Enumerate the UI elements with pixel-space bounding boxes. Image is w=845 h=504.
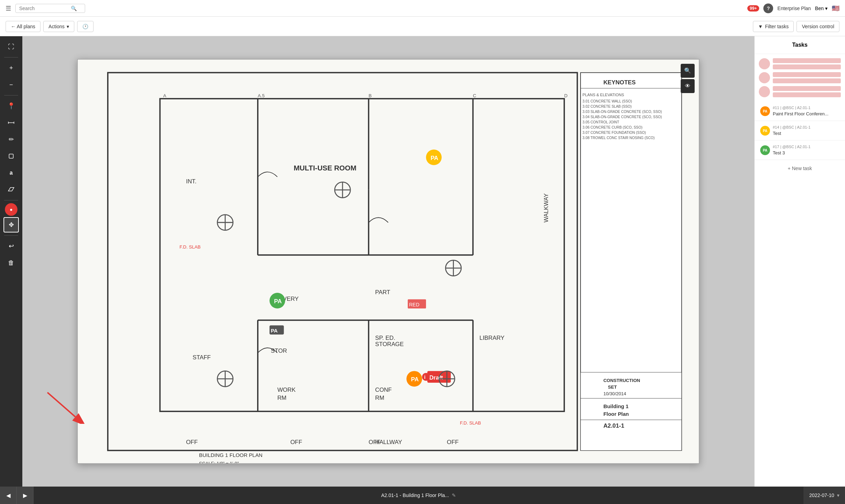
- placeholder-lines-1: [773, 58, 841, 69]
- svg-text:A: A: [163, 93, 166, 98]
- svg-text:F.D. SLAB: F.D. SLAB: [180, 244, 201, 250]
- search-bar[interactable]: 🔍: [15, 4, 85, 13]
- plan-label: Enterprise Plan: [777, 6, 811, 11]
- svg-text:Building 1: Building 1: [604, 403, 629, 409]
- task-avatar-14: PA: [760, 126, 770, 136]
- tasks-title: Tasks: [792, 42, 807, 48]
- svg-text:PA: PA: [271, 328, 278, 334]
- measure-tool[interactable]: [3, 115, 19, 130]
- svg-text:RM: RM: [375, 394, 384, 401]
- placeholder-line-a: [773, 58, 841, 63]
- svg-text:3.05 CONTROL JOINT: 3.05 CONTROL JOINT: [583, 120, 620, 124]
- stamp-tool[interactable]: [3, 148, 19, 164]
- svg-text:MULTI-USE ROOM: MULTI-USE ROOM: [294, 163, 357, 171]
- date-chevron-button[interactable]: ▾: [837, 492, 839, 498]
- svg-text:WORK: WORK: [277, 387, 296, 393]
- left-toolbar: ⛶ + − 📍 ✏ a ● ✥ ↩ 🗑: [0, 36, 22, 487]
- svg-text:OFF: OFF: [369, 438, 381, 445]
- svg-text:i: i: [424, 374, 426, 380]
- prev-plan-button[interactable]: ◀: [0, 487, 17, 504]
- back-button[interactable]: ← All plans: [6, 21, 40, 32]
- svg-line-6: [47, 392, 75, 417]
- pin-tool[interactable]: 📍: [3, 98, 19, 114]
- notification-badge[interactable]: 99+: [747, 5, 759, 12]
- move-tool[interactable]: ✥: [3, 217, 19, 232]
- svg-text:BUILDING 1 FLOOR PLAN: BUILDING 1 FLOOR PLAN: [199, 452, 263, 458]
- tool-divider-2: [4, 95, 18, 96]
- svg-text:SP. ED.: SP. ED.: [375, 334, 396, 341]
- top-navigation: ☰ 🔍 99+ ? Enterprise Plan Ben ▾ 🇺🇸: [0, 0, 845, 17]
- svg-text:3.06 CONCRETE CURB (SCO, SSO): 3.06 CONCRETE CURB (SCO, SSO): [583, 125, 643, 129]
- svg-text:10/30/2014: 10/30/2014: [604, 391, 626, 396]
- svg-text:3.07 CONCRETE FOUNDATION (SSO): 3.07 CONCRETE FOUNDATION (SSO): [583, 131, 646, 135]
- placeholder-item-2: [759, 72, 841, 83]
- svg-text:SCALE: 1/8" = 1'-0": SCALE: 1/8" = 1'-0": [199, 460, 239, 463]
- actions-button[interactable]: Actions ▾: [43, 21, 74, 32]
- svg-rect-3: [9, 154, 13, 158]
- task-item-11[interactable]: PA #11 | @BSC | A2.01-1 Paint First Floo…: [755, 101, 845, 121]
- edit-title-button[interactable]: ✎: [452, 492, 456, 498]
- version-control-button[interactable]: Version control: [797, 21, 839, 32]
- filter-label: Filter tasks: [765, 24, 789, 29]
- user-menu[interactable]: Ben ▾: [815, 6, 828, 11]
- search-input[interactable]: [19, 6, 68, 11]
- svg-text:3.03 SLAB-ON-GRADE CONCRETE (S: 3.03 SLAB-ON-GRADE CONCRETE (SCO, SSO): [583, 110, 662, 114]
- svg-text:CONSTRUCTION: CONSTRUCTION: [604, 378, 640, 383]
- undo-tool[interactable]: ↩: [3, 238, 19, 254]
- task-meta-17: #17 | @BSC | A2.01-1: [773, 145, 839, 149]
- erase-tool[interactable]: [3, 182, 19, 197]
- task-header-11: PA #11 | @BSC | A2.01-1 Paint First Floo…: [760, 106, 839, 116]
- actions-label: Actions: [48, 24, 65, 29]
- actions-chevron: ▾: [67, 24, 69, 29]
- placeholder-line-f: [773, 92, 841, 97]
- canvas-eye-button[interactable]: 👁: [681, 79, 695, 93]
- svg-text:3.08 TROWEL CONC STAIR NOSING : 3.08 TROWEL CONC STAIR NOSING (SCO): [583, 136, 655, 140]
- task-info-14: #14 | @BSC | A2.01-1 Test: [773, 125, 839, 136]
- tasks-panel-header: Tasks: [755, 36, 845, 54]
- svg-text:PART: PART: [375, 289, 390, 295]
- task-meta-14: #14 | @BSC | A2.01-1: [773, 125, 839, 129]
- svg-text:STAFF: STAFF: [193, 354, 211, 360]
- floor-plan-svg: KEYNOTES PLANS & ELEVATIONS 3.01 CONCRET…: [78, 60, 698, 464]
- canvas-area[interactable]: KEYNOTES PLANS & ELEVATIONS 3.01 CONCRET…: [22, 36, 754, 487]
- placeholder-line-d: [773, 78, 841, 83]
- main-content: ⛶ + − 📍 ✏ a ● ✥ ↩ 🗑: [0, 36, 845, 487]
- placeholder-lines-2: [773, 72, 841, 83]
- task-meta-11: #11 | @BSC | A2.01-1: [773, 106, 839, 110]
- next-plan-button[interactable]: ▶: [17, 487, 33, 504]
- task-avatar-11: PA: [760, 106, 770, 116]
- svg-text:STORAGE: STORAGE: [375, 341, 404, 348]
- bottom-bar: ◀ ▶ A2.01-1 - Building 1 Floor Pla... ✎ …: [0, 487, 845, 504]
- draw-tool[interactable]: ✏: [3, 132, 19, 147]
- filter-tasks-button[interactable]: ▼ Filter tasks: [753, 21, 794, 32]
- text-tool[interactable]: a: [3, 165, 19, 181]
- placeholder-avatar-3: [759, 86, 770, 97]
- svg-text:KEYNOTES: KEYNOTES: [604, 79, 636, 86]
- svg-text:A.5: A.5: [258, 93, 265, 98]
- svg-text:A2.01-1: A2.01-1: [604, 422, 625, 429]
- zoom-in-tool[interactable]: +: [3, 60, 19, 76]
- task-item-14[interactable]: PA #14 | @BSC | A2.01-1 Test: [755, 121, 845, 140]
- history-button[interactable]: 🕐: [77, 21, 94, 32]
- new-task-button[interactable]: + New task: [755, 160, 845, 177]
- help-icon[interactable]: ?: [763, 3, 773, 13]
- fullscreen-tool[interactable]: ⛶: [3, 39, 19, 54]
- zoom-out-tool[interactable]: −: [3, 77, 19, 92]
- canvas-search-button[interactable]: 🔍: [681, 64, 695, 78]
- canvas-controls: 🔍 👁: [681, 64, 695, 93]
- task-title-14: Test: [773, 131, 839, 136]
- svg-text:LIBRARY: LIBRARY: [480, 334, 505, 341]
- hamburger-icon[interactable]: ☰: [6, 5, 11, 12]
- svg-text:PA: PA: [431, 154, 438, 161]
- tasks-placeholder: [755, 54, 845, 101]
- delete-tool[interactable]: 🗑: [3, 255, 19, 270]
- plan-date: 2022-07-10: [809, 492, 834, 498]
- record-tool[interactable]: ●: [5, 203, 17, 216]
- svg-text:SET: SET: [608, 384, 617, 389]
- task-info-11: #11 | @BSC | A2.01-1 Paint First Floor C…: [773, 106, 839, 116]
- task-item-17[interactable]: PA #17 | @BSC | A2.01-1 Test 3: [755, 140, 845, 160]
- svg-text:CONF: CONF: [375, 387, 392, 393]
- task-header-17: PA #17 | @BSC | A2.01-1 Test 3: [760, 145, 839, 155]
- flag-icon[interactable]: 🇺🇸: [832, 5, 839, 12]
- svg-text:Floor Plan: Floor Plan: [604, 411, 629, 417]
